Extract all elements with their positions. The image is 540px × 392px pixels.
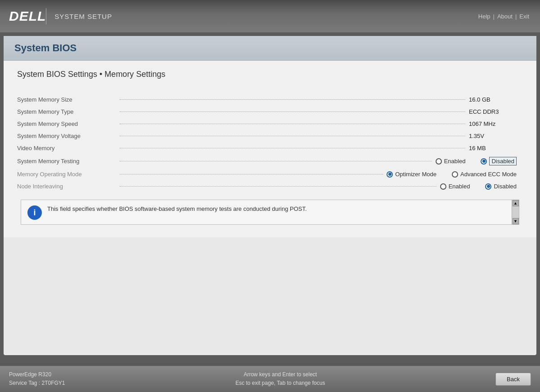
radio-circle-node-disabled [485,183,491,190]
field-value-memory-testing: Enabled Disabled [436,157,523,165]
header-title: SYSTEM SETUP [54,13,112,20]
radio-circle-disabled [481,158,487,165]
dots-separator [120,186,436,187]
field-value-video-memory: 16 MB [469,145,523,151]
radio-option-enabled[interactable]: Enabled [436,158,466,165]
nav-sep2: | [515,13,517,20]
dots-separator [120,124,465,124]
radio-label-optimizer: Optimizer Mode [395,171,436,178]
footer-left: PowerEdge R320 Service Tag : 2T0FGY1 [9,370,65,388]
radio-circle-advanced-ecc [452,171,458,178]
radio-circle-enabled [436,158,442,165]
help-link[interactable]: Help [478,13,490,20]
field-label-video-memory: Video Memory [17,145,116,151]
radio-label-enabled: Enabled [444,158,466,165]
radio-option-disabled[interactable]: Disabled [481,157,517,165]
field-value-memory-size: 16.0 GB [469,96,523,103]
field-label-memory-type: System Memory Type [17,108,116,115]
field-value-node-interleaving: Enabled Disabled [440,183,523,190]
table-row: System Memory Testing Enabled Disabled [17,154,523,168]
footer: PowerEdge R320 Service Tag : 2T0FGY1 Arr… [0,366,540,392]
footer-hint2: Esc to exit page, Tab to change focus [65,379,496,388]
nav-sep1: | [493,13,495,20]
dots-separator [120,174,383,174]
settings-table: System Memory Size 16.0 GB System Memory… [17,94,523,192]
exit-link[interactable]: Exit [519,13,529,20]
radio-label-node-disabled: Disabled [494,183,517,190]
footer-hint1: Arrow keys and Enter to select [65,370,496,379]
table-row: System Memory Speed 1067 MHz [17,118,523,130]
table-row: Video Memory 16 MB [17,142,523,154]
field-label-operating-mode: Memory Operating Mode [17,171,116,178]
table-row: Memory Operating Mode Optimizer Mode Adv… [17,168,523,180]
footer-right: Back [495,373,531,386]
bios-title: System BIOS [14,42,526,54]
dots-separator [120,148,465,148]
info-text: This field specifies whether BIOS softwa… [47,205,307,214]
field-label-node-interleaving: Node Interleaving [17,183,116,190]
info-scrollbar[interactable]: ▲ ▼ [512,200,519,224]
header-nav: Help | About | Exit [478,13,529,20]
radio-option-optimizer[interactable]: Optimizer Mode [387,171,436,178]
about-link[interactable]: About [497,13,513,20]
field-value-memory-voltage: 1.35V [469,133,523,139]
dots-separator [120,136,465,136]
header-divider [46,8,46,24]
dots-separator [120,161,432,161]
field-label-memory-testing: System Memory Testing [17,158,116,165]
radio-option-advanced-ecc[interactable]: Advanced ECC Mode [452,171,517,178]
header: DELL SYSTEM SETUP Help | About | Exit [0,0,540,32]
scrollbar-down-arrow[interactable]: ▼ [513,218,519,224]
dots-separator [120,99,465,100]
footer-center: Arrow keys and Enter to select Esc to ex… [65,370,496,388]
main-content: System BIOS System BIOS Settings • Memor… [4,36,536,355]
table-row: System Memory Size 16.0 GB [17,94,523,106]
table-row: Node Interleaving Enabled Disabled [17,180,523,192]
field-label-memory-size: System Memory Size [17,96,116,103]
field-label-memory-speed: System Memory Speed [17,120,116,127]
radio-option-node-disabled[interactable]: Disabled [485,183,517,190]
dell-logo: DELL [9,9,46,24]
radio-option-node-enabled[interactable]: Enabled [440,183,470,190]
radio-circle-node-enabled [440,183,446,190]
back-button[interactable]: Back [495,373,531,386]
field-label-memory-voltage: System Memory Voltage [17,133,116,139]
table-row: System Memory Type ECC DDR3 [17,106,523,118]
bios-title-bar: System BIOS [4,36,536,61]
info-box: i This field specifies whether BIOS soft… [21,200,519,225]
field-value-memory-speed: 1067 MHz [469,120,523,127]
radio-label-node-enabled: Enabled [449,183,470,190]
field-value-operating-mode: Optimizer Mode Advanced ECC Mode [387,171,523,178]
settings-content: System BIOS Settings • Memory Settings S… [4,61,536,237]
radio-label-advanced-ecc: Advanced ECC Mode [460,171,517,178]
dots-separator [120,111,465,112]
field-value-memory-type: ECC DDR3 [469,108,523,115]
info-icon: i [27,205,42,220]
section-heading: System BIOS Settings • Memory Settings [17,70,523,83]
footer-service-tag: Service Tag : 2T0FGY1 [9,379,65,388]
table-row: System Memory Voltage 1.35V [17,130,523,142]
radio-label-disabled: Disabled [489,157,517,165]
footer-model: PowerEdge R320 [9,370,65,379]
scrollbar-up-arrow[interactable]: ▲ [513,200,519,206]
radio-circle-optimizer [387,171,393,178]
